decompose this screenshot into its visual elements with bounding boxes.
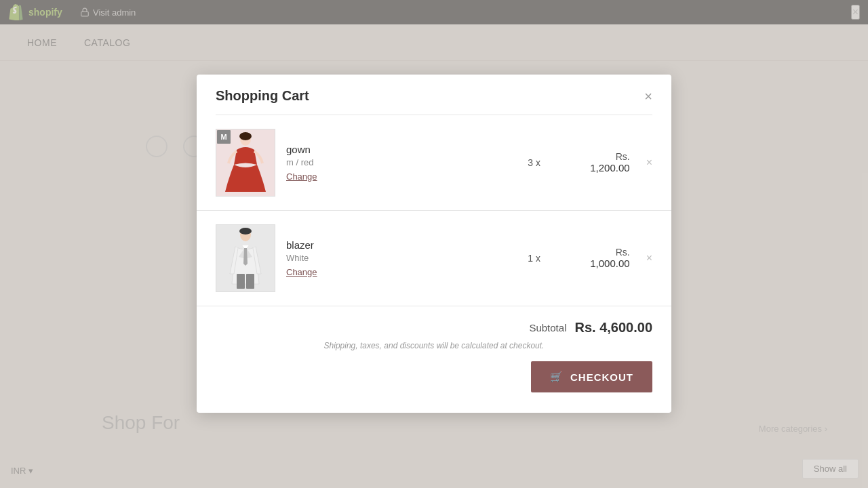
cart-item-blazer: blazer White Change 1 x Rs. 1,000.00 × xyxy=(197,211,671,306)
checkout-button[interactable]: 🛒 CHECKOUT xyxy=(531,361,652,392)
cart-item-gown: M gown m / red xyxy=(197,115,671,211)
svg-rect-7 xyxy=(246,274,254,289)
blazer-remove-button[interactable]: × xyxy=(646,252,652,264)
modal-title: Shopping Cart xyxy=(216,88,309,104)
blazer-price-label: Rs. xyxy=(562,247,630,258)
svg-rect-6 xyxy=(237,274,245,289)
gown-price-label: Rs. xyxy=(562,151,630,162)
modal-header: Shopping Cart × xyxy=(197,75,671,115)
blazer-image xyxy=(216,224,275,292)
gown-image-wrap: M xyxy=(216,129,275,197)
blazer-image-wrap xyxy=(216,224,275,292)
subtotal-value: Rs. 4,600.00 xyxy=(574,320,652,336)
blazer-quantity: 1 x xyxy=(517,253,551,264)
gown-badge: M xyxy=(217,130,231,144)
gown-variant: m / red xyxy=(286,157,507,167)
checkout-label: CHECKOUT xyxy=(570,371,633,383)
shopping-cart-modal: Shopping Cart × M xyxy=(197,75,671,413)
svg-point-5 xyxy=(239,228,252,235)
gown-change-button[interactable]: Change xyxy=(286,171,317,182)
cart-icon: 🛒 xyxy=(550,371,564,383)
svg-point-3 xyxy=(239,132,252,140)
gown-price: Rs. 1,200.00 xyxy=(562,151,630,174)
modal-close-button[interactable]: × xyxy=(644,89,652,103)
gown-name: gown xyxy=(286,144,507,155)
gown-quantity: 3 x xyxy=(517,157,551,168)
blazer-change-button[interactable]: Change xyxy=(286,267,317,277)
gown-price-value: 1,200.00 xyxy=(590,162,629,174)
gown-info: gown m / red Change xyxy=(286,144,507,182)
blazer-info: blazer White Change xyxy=(286,239,507,278)
gown-remove-button[interactable]: × xyxy=(646,157,652,169)
checkout-row: 🛒 CHECKOUT xyxy=(197,361,671,392)
shipping-note: Shipping, taxes, and discounts will be c… xyxy=(197,341,671,361)
blazer-price: Rs. 1,000.00 xyxy=(562,247,630,270)
cart-subtotal: Subtotal Rs. 4,600.00 xyxy=(197,306,671,341)
subtotal-label: Subtotal xyxy=(529,322,566,333)
blazer-variant: White xyxy=(286,253,507,263)
blazer-name: blazer xyxy=(286,239,507,251)
blazer-price-value: 1,000.00 xyxy=(590,258,629,269)
